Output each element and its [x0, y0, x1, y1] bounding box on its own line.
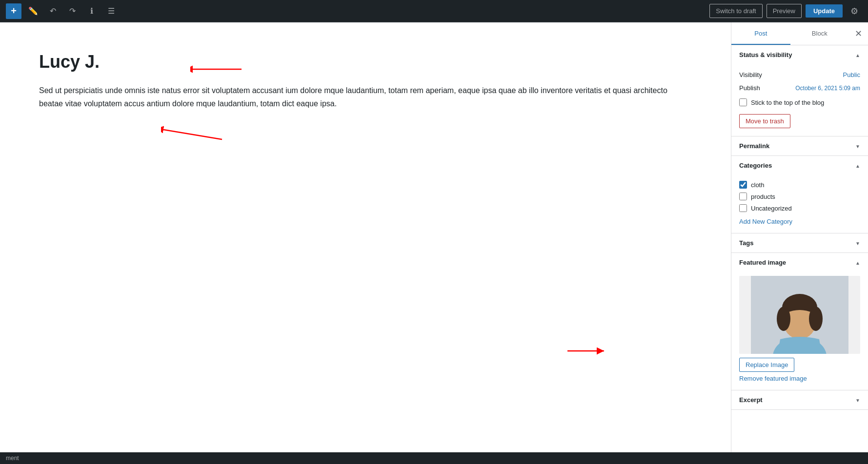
categories-section: Categories cloth products Uncategorized …: [731, 156, 868, 233]
excerpt-title: Excerpt: [739, 396, 763, 404]
switch-to-draft-button[interactable]: Switch to draft: [709, 4, 762, 18]
footer-status: ment: [6, 455, 19, 462]
add-new-category-link[interactable]: Add New Category: [739, 218, 792, 225]
redo-button[interactable]: ↷: [64, 3, 80, 19]
status-visibility-chevron: [855, 51, 860, 58]
svg-line-1: [163, 130, 222, 139]
toolbar-right: Switch to draft Preview Update ⚙: [709, 3, 862, 19]
publish-value[interactable]: October 6, 2021 5:09 am: [795, 85, 860, 92]
settings-icon[interactable]: ⚙: [847, 3, 862, 19]
excerpt-header[interactable]: Excerpt: [731, 390, 868, 409]
sidebar: Post Block ✕ Status & visibility Visibil…: [731, 22, 868, 464]
replace-image-button[interactable]: Replace Image: [739, 358, 794, 372]
category-cloth-checkbox[interactable]: [739, 181, 747, 189]
stick-top-row: Stick to the top of the blog: [739, 95, 860, 110]
status-visibility-section: Status & visibility Visibility Public Pu…: [731, 45, 868, 136]
publish-label: Publish: [739, 84, 760, 92]
permalink-section: Permalink: [731, 136, 868, 156]
post-body[interactable]: Sed ut perspiciatis unde omnis iste natu…: [39, 84, 692, 110]
tags-section[interactable]: Tags: [731, 233, 868, 253]
featured-image-header[interactable]: Featured image: [731, 253, 868, 272]
editor-area[interactable]: Lucy J. Sed ut perspiciatis unde omnis i…: [0, 22, 731, 464]
category-uncategorized: Uncategorized: [739, 202, 860, 214]
category-products: products: [739, 191, 860, 202]
visibility-label: Visibility: [739, 71, 762, 78]
remove-featured-image-link[interactable]: Remove featured image: [739, 375, 860, 382]
featured-image-section: Featured image: [731, 253, 868, 390]
category-products-label: products: [751, 193, 775, 200]
featured-image-thumbnail: [739, 276, 860, 354]
permalink-chevron: [855, 142, 860, 150]
excerpt-section: Excerpt: [731, 390, 868, 410]
post-title[interactable]: Lucy J.: [39, 52, 692, 72]
top-toolbar: + ✏️ ↶ ↷ ℹ ☰ Switch to draft Preview Upd…: [0, 0, 868, 22]
visibility-row: Visibility Public: [739, 68, 860, 81]
main-layout: Lucy J. Sed ut perspiciatis unde omnis i…: [0, 22, 868, 464]
featured-image-title: Featured image: [739, 259, 786, 266]
move-to-trash-button[interactable]: Move to trash: [739, 114, 790, 128]
categories-content: cloth products Uncategorized Add New Cat…: [731, 175, 868, 233]
close-sidebar-button[interactable]: ✕: [849, 22, 868, 45]
category-cloth: cloth: [739, 179, 860, 191]
arrow-replace-icon: [565, 345, 609, 357]
category-cloth-label: cloth: [751, 181, 764, 189]
featured-image-content: Replace Image Remove featured image: [731, 272, 868, 390]
tags-chevron: [855, 239, 860, 247]
edit-pencil-icon[interactable]: ✏️: [25, 3, 41, 19]
tab-post[interactable]: Post: [731, 22, 790, 45]
footer-bar: ment: [0, 452, 868, 464]
status-visibility-header[interactable]: Status & visibility: [731, 45, 868, 64]
permalink-header[interactable]: Permalink: [731, 136, 868, 155]
status-visibility-title: Status & visibility: [739, 51, 792, 58]
tab-block[interactable]: Block: [790, 22, 849, 45]
update-button[interactable]: Update: [806, 4, 843, 18]
menu-icon[interactable]: ☰: [103, 3, 119, 19]
tags-title: Tags: [739, 239, 753, 247]
excerpt-chevron: [855, 396, 860, 404]
preview-button[interactable]: Preview: [767, 4, 802, 18]
featured-image-svg: [739, 276, 860, 354]
categories-title: Categories: [739, 162, 772, 169]
permalink-title: Permalink: [739, 142, 769, 150]
status-visibility-content: Visibility Public Publish October 6, 202…: [731, 64, 868, 136]
svg-point-10: [777, 307, 790, 331]
categories-header[interactable]: Categories: [731, 156, 868, 175]
sidebar-tabs: Post Block ✕: [731, 22, 868, 45]
publish-row: Publish October 6, 2021 5:09 am: [739, 81, 860, 95]
stick-top-label[interactable]: Stick to the top of the blog: [751, 99, 824, 106]
featured-image-chevron: [855, 259, 860, 266]
info-icon[interactable]: ℹ: [84, 3, 100, 19]
undo-button[interactable]: ↶: [45, 3, 61, 19]
category-uncategorized-checkbox[interactable]: [739, 204, 747, 212]
category-uncategorized-label: Uncategorized: [751, 205, 792, 212]
categories-chevron: [855, 162, 860, 169]
stick-top-checkbox[interactable]: [739, 98, 747, 106]
visibility-value[interactable]: Public: [843, 71, 860, 78]
toolbar-left: + ✏️ ↶ ↷ ℹ ☰: [6, 3, 119, 19]
svg-point-11: [809, 307, 823, 331]
add-block-button[interactable]: +: [6, 3, 21, 19]
category-products-checkbox[interactable]: [739, 193, 747, 200]
arrow-body-icon: [161, 125, 224, 144]
